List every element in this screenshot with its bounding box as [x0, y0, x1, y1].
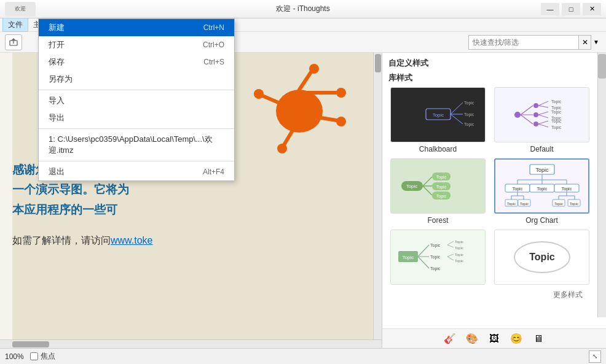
- canvas-link[interactable]: www.toke: [111, 235, 152, 246]
- canvas-horizontal-scrollbar[interactable]: [0, 339, 382, 348]
- svg-line-24: [521, 115, 533, 124]
- mindmap-graphic: [250, 59, 348, 157]
- svg-text:Topic: Topic: [464, 112, 474, 117]
- svg-text:Topic: Topic: [432, 112, 444, 118]
- dropdown-item-export[interactable]: 导出: [39, 109, 234, 126]
- svg-text:Topic: Topic: [430, 266, 441, 271]
- share-button[interactable]: [5, 34, 22, 50]
- style-item-forest[interactable]: Topic Topic Topic Topic Forest: [388, 158, 487, 225]
- menu-save-shortcut: Ctrl+S: [203, 58, 224, 66]
- svg-line-84: [418, 257, 429, 268]
- style-label-chalkboard: Chalkboard: [419, 145, 457, 153]
- svg-line-91: [447, 257, 454, 260]
- svg-text:Topic: Topic: [406, 184, 417, 189]
- svg-line-31: [538, 115, 548, 118]
- dropdown-item-import[interactable]: 导入: [39, 92, 234, 109]
- minimize-button[interactable]: —: [541, 3, 559, 15]
- menu-exit-shortcut: Alt+F4: [203, 168, 224, 176]
- svg-line-30: [538, 112, 548, 115]
- svg-text:Topic: Topic: [554, 202, 562, 206]
- title-bar: 欢迎 欢迎 - iThoughts — □ ✕: [0, 0, 606, 18]
- menu-open-shortcut: Ctrl+O: [203, 41, 224, 49]
- dropdown-item-open[interactable]: 打开 Ctrl+O: [39, 36, 234, 53]
- toolbar-dropdown-arrow[interactable]: ▼: [591, 35, 601, 50]
- resize-icon[interactable]: ⤡: [589, 350, 601, 363]
- window-title: 欢迎 - iThoughts: [276, 4, 329, 14]
- dropdown-item-save[interactable]: 保存 Ctrl+S: [39, 53, 234, 71]
- style-thumb-orgchart: Topic Topic: [494, 158, 589, 214]
- dropdown-sep-1: [39, 90, 234, 90]
- panel-vertical-scrollbar[interactable]: [597, 53, 606, 317]
- canvas-link-line: 如需了解详情，请访问www.toke: [12, 232, 355, 249]
- svg-text:Topic: Topic: [455, 240, 463, 244]
- search-input[interactable]: [468, 35, 579, 50]
- svg-line-89: [447, 245, 454, 247]
- svg-point-25: [533, 103, 538, 108]
- svg-text:Topic: Topic: [551, 99, 562, 104]
- menu-save-label: 保存: [49, 56, 65, 68]
- style-label-default: Default: [530, 145, 553, 153]
- svg-text:Topic: Topic: [551, 125, 562, 130]
- right-panel: 自定义样式 库样式 Topic Topic: [382, 53, 606, 348]
- svg-line-28: [538, 101, 548, 106]
- maximize-button[interactable]: □: [562, 3, 580, 15]
- svg-point-27: [533, 122, 538, 126]
- panel-btn-image[interactable]: 🖼: [486, 331, 502, 347]
- close-button[interactable]: ✕: [583, 3, 601, 15]
- focus-toggle[interactable]: [30, 352, 38, 360]
- mindmap-svg: [250, 59, 348, 157]
- menu-new-label: 新建: [49, 22, 65, 33]
- svg-text:Topic: Topic: [537, 187, 547, 192]
- svg-text:Topic: Topic: [535, 167, 549, 173]
- svg-text:Topic: Topic: [402, 255, 414, 260]
- menu-import-label: 导入: [49, 95, 65, 106]
- search-box: ✕ ▼: [468, 35, 601, 50]
- focus-checkbox: 焦点: [30, 351, 55, 362]
- svg-text:Topic: Topic: [455, 253, 463, 257]
- menu-item-file[interactable]: 文件: [2, 18, 28, 32]
- svg-line-32: [538, 121, 548, 124]
- style-item-bottom1[interactable]: Topic Topic Topic Topic Topic: [388, 230, 487, 287]
- file-dropdown-menu: 新建 Ctrl+N 打开 Ctrl+O 保存 Ctrl+S 另存为 导入 导出 …: [38, 18, 235, 181]
- svg-point-2: [276, 90, 323, 133]
- panel-btn-screen[interactable]: 🖥: [530, 331, 546, 347]
- dropdown-item-saveas[interactable]: 另存为: [39, 71, 234, 88]
- style-item-chalkboard[interactable]: Topic Topic Topic Topic Chalkboard: [388, 87, 487, 153]
- share-icon: [9, 38, 18, 47]
- style-item-default[interactable]: Topic Topic Topic Topic Topic Topic Defa…: [492, 87, 591, 153]
- dropdown-item-new[interactable]: 新建 Ctrl+N: [39, 19, 234, 36]
- panel-btn-emoji[interactable]: 😊: [508, 331, 524, 347]
- dropdown-item-exit[interactable]: 退出 Alt+F4: [39, 163, 234, 180]
- canvas-text-line2: 一个演示导图。它将为: [12, 180, 355, 199]
- style-item-orgchart[interactable]: Topic Topic: [492, 158, 591, 225]
- menu-new-shortcut: Ctrl+N: [203, 23, 224, 32]
- more-styles-label[interactable]: 更多样式: [388, 287, 583, 303]
- svg-line-17: [451, 114, 463, 124]
- panel-btn-paint[interactable]: 🎨: [464, 331, 480, 347]
- svg-text:Topic: Topic: [430, 243, 441, 248]
- panel-scroll-thumb: [598, 54, 606, 79]
- svg-point-12: [254, 89, 264, 99]
- style-label-orgchart: Org Chart: [525, 216, 558, 225]
- library-style-title: 库样式: [388, 72, 591, 83]
- style-item-bottom2[interactable]: Topic: [492, 230, 591, 287]
- search-clear-button[interactable]: ✕: [579, 35, 591, 50]
- panel-btn-smiley-guitar[interactable]: 🎸: [442, 331, 458, 347]
- menu-open-label: 打开: [49, 39, 65, 50]
- custom-style-title: 自定义样式: [388, 58, 591, 69]
- svg-point-10: [277, 144, 287, 153]
- menu-saveas-label: 另存为: [49, 74, 73, 85]
- svg-line-88: [447, 241, 454, 245]
- svg-text:Topic: Topic: [519, 202, 528, 206]
- dropdown-item-recent[interactable]: 1: C:\Users\pc0359\AppData\Local\Temp\..…: [39, 131, 234, 159]
- focus-label: 焦点: [41, 351, 55, 362]
- panel-content: 自定义样式 库样式 Topic Topic: [382, 53, 597, 328]
- dropdown-sep-2: [39, 128, 234, 129]
- svg-text:Topic: Topic: [436, 185, 446, 190]
- svg-text:Topic: Topic: [430, 255, 441, 260]
- style-grid: Topic Topic Topic Topic Chalkboard: [388, 87, 591, 287]
- svg-text:Topic: Topic: [529, 252, 555, 262]
- canvas-vertical-scrollbar[interactable]: [373, 53, 382, 348]
- svg-point-21: [514, 112, 521, 118]
- style-thumb-default: Topic Topic Topic Topic Topic Topic: [494, 87, 589, 142]
